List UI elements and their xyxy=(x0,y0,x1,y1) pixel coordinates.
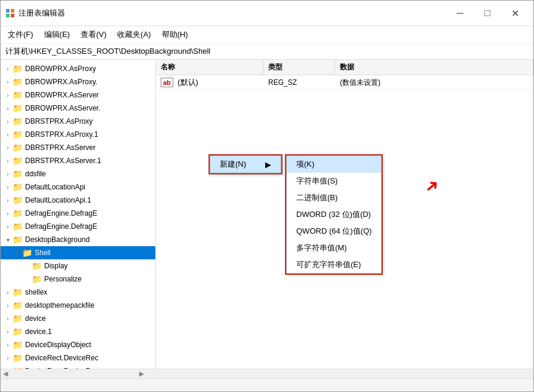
expand-icon[interactable]: › xyxy=(3,77,13,87)
expand-icon[interactable]: › xyxy=(3,327,13,336)
expand-icon[interactable]: › xyxy=(3,287,13,297)
tree-item[interactable]: ›📁ddsfile xyxy=(1,167,155,180)
svg-rect-2 xyxy=(6,14,10,17)
tree-item[interactable]: 📁Personalize xyxy=(1,272,155,286)
folder-icon: 📁 xyxy=(13,182,23,192)
folder-icon: 📁 xyxy=(13,222,23,231)
svg-rect-1 xyxy=(11,9,14,13)
tree-item-label: DBRSTPRX.AsProxy xyxy=(25,117,93,125)
tree-item[interactable]: ›📁DBROWPRX.AsServer. xyxy=(1,102,155,115)
tree-item[interactable]: ▾📁Shell xyxy=(1,246,155,259)
tree-item[interactable]: ›📁DeviceDisplayObject xyxy=(1,338,155,351)
tree-item[interactable]: ›📁DeviceRect.DeviceRec xyxy=(1,351,155,365)
horizontal-scrollbar[interactable]: ◀ ▶ xyxy=(1,369,533,378)
expand-icon[interactable]: › xyxy=(3,182,13,192)
tree-item-label: DBROWPRX.AsProxy xyxy=(25,65,96,73)
menu-item[interactable]: 帮助(H) xyxy=(157,27,193,42)
expand-icon[interactable]: › xyxy=(3,156,13,166)
breadcrumb: 计算机\HKEY_CLASSES_ROOT\DesktopBackground\… xyxy=(1,44,533,60)
submenu-title[interactable]: 项(K) xyxy=(287,156,381,173)
submenu-item-2[interactable]: 二进制值(B) xyxy=(287,189,381,206)
tree-item-label: device.1 xyxy=(25,327,52,336)
registry-editor-window: 注册表编辑器 ─ □ ✕ 文件(F)编辑(E)查看(V)收藏夹(A)帮助(H) … xyxy=(0,0,534,392)
submenu-item-4[interactable]: QWORD (64 位)值(Q) xyxy=(287,223,381,240)
folder-icon: 📁 xyxy=(13,64,23,74)
tree-item[interactable]: 📁Display xyxy=(1,259,155,272)
tree-item[interactable]: ›📁DBRSTPRX.AsProxy.1 xyxy=(1,128,155,141)
expand-icon[interactable]: › xyxy=(3,209,13,218)
tree-item[interactable]: ›📁DBROWPRX.AsProxy. xyxy=(1,75,155,88)
expand-icon[interactable]: › xyxy=(3,90,13,100)
menu-item[interactable]: 收藏夹(A) xyxy=(112,27,155,42)
menu-item[interactable]: 查看(V) xyxy=(76,27,111,42)
registry-tree[interactable]: ›📁DBROWPRX.AsProxy›📁DBROWPRX.AsProxy.›📁D… xyxy=(1,60,156,369)
menu-item[interactable]: 文件(F) xyxy=(3,27,38,42)
tree-item[interactable]: ›📁shellex xyxy=(1,286,155,299)
folder-icon: 📁 xyxy=(13,90,23,100)
expand-icon[interactable]: › xyxy=(3,64,13,74)
tree-item[interactable]: ›📁DBRSTPRX.AsServer xyxy=(1,141,155,154)
red-arrow-indicator: ➜ xyxy=(420,174,443,198)
submenu-item-5[interactable]: 多字符串值(M) xyxy=(287,240,381,256)
tree-item[interactable]: ›📁DBRSTPRX.AsServer.1 xyxy=(1,154,155,167)
tree-item[interactable]: ›📁device xyxy=(1,312,155,325)
folder-icon: 📁 xyxy=(13,353,23,363)
expand-icon[interactable]: › xyxy=(3,314,13,323)
expand-icon[interactable] xyxy=(22,261,32,271)
tree-item[interactable]: ›📁DefaultLocationApi.1 xyxy=(1,194,155,207)
table-row[interactable]: ab (默认) REG_SZ (数值未设置) xyxy=(156,75,533,90)
submenu-item-3[interactable]: DWORD (32 位)值(D) xyxy=(287,206,381,223)
tree-item-label: DBROWPRX.AsServer xyxy=(25,91,99,99)
tree-item[interactable]: ›📁DefaultLocationApi xyxy=(1,180,155,194)
tree-item[interactable]: ›📁DBROWPRX.AsServer xyxy=(1,88,155,102)
expand-icon[interactable] xyxy=(22,274,32,284)
tree-item[interactable]: ›📁DeviceRect.DeviceRec xyxy=(1,365,155,369)
close-button[interactable]: ✕ xyxy=(501,4,529,22)
folder-icon: 📁 xyxy=(13,169,23,179)
tree-item[interactable]: ›📁DBRSTPRX.AsProxy xyxy=(1,115,155,128)
tree-item[interactable]: ›📁desktopthemepackfile xyxy=(1,299,155,312)
header-type: 类型 xyxy=(263,60,335,75)
menu-new-arrow: ▶ xyxy=(265,160,271,169)
breadcrumb-text: 计算机\HKEY_CLASSES_ROOT\DesktopBackground\… xyxy=(5,46,210,57)
expand-icon[interactable]: › xyxy=(3,103,13,113)
minimize-button[interactable]: ─ xyxy=(446,4,474,22)
expand-icon[interactable]: › xyxy=(3,340,13,350)
expand-icon[interactable]: ▾ xyxy=(13,248,22,258)
submenu-title-text: 项(K) xyxy=(296,160,314,169)
expand-icon[interactable]: › xyxy=(3,130,13,139)
window-controls: ─ □ ✕ xyxy=(446,4,529,22)
row-name: ab (默认) xyxy=(156,75,263,90)
tree-item[interactable]: ›📁DefragEngine.DefragE xyxy=(1,220,155,233)
reg-type-icon: ab xyxy=(161,78,173,87)
tree-item[interactable]: ▾📁DesktopBackground xyxy=(1,233,155,246)
context-menu-sub[interactable]: 项(K) 字符串值(S) 二进制值(B) DWORD (32 位)值(D) QW… xyxy=(286,155,382,274)
tree-item[interactable]: ›📁device.1 xyxy=(1,325,155,338)
expand-icon[interactable]: › xyxy=(3,117,13,126)
expand-icon[interactable]: ▾ xyxy=(3,235,13,244)
submenu-item-1[interactable]: 字符串值(S) xyxy=(287,173,381,189)
expand-icon[interactable]: › xyxy=(3,222,13,231)
tree-item[interactable]: ›📁DBROWPRX.AsProxy xyxy=(1,62,155,75)
expand-icon[interactable]: › xyxy=(3,169,13,179)
submenu-item-6[interactable]: 可扩充字符串值(E) xyxy=(287,256,381,273)
folder-icon: 📁 xyxy=(13,209,23,218)
folder-icon: 📁 xyxy=(32,274,42,284)
tree-item[interactable]: ›📁DefragEngine.DefragE xyxy=(1,207,155,220)
maximize-button[interactable]: □ xyxy=(474,4,501,22)
expand-icon[interactable]: › xyxy=(3,353,13,363)
row-type: REG_SZ xyxy=(263,76,335,88)
tree-item-label: device xyxy=(25,314,46,323)
app-icon xyxy=(5,8,15,18)
menu-new-item[interactable]: 新建(N) ▶ xyxy=(210,156,281,173)
expand-icon[interactable]: › xyxy=(3,143,13,152)
row-name-text: (默认) xyxy=(177,78,198,87)
menu-item[interactable]: 编辑(E) xyxy=(39,27,75,42)
folder-icon: 📁 xyxy=(13,327,23,336)
tree-item-label: DefaultLocationApi.1 xyxy=(25,196,91,204)
tree-item-label: Display xyxy=(44,262,67,270)
tree-item-label: DesktopBackground xyxy=(25,235,90,244)
context-menu-new[interactable]: 新建(N) ▶ xyxy=(210,155,281,173)
expand-icon[interactable]: › xyxy=(3,195,13,205)
expand-icon[interactable]: › xyxy=(3,301,13,310)
